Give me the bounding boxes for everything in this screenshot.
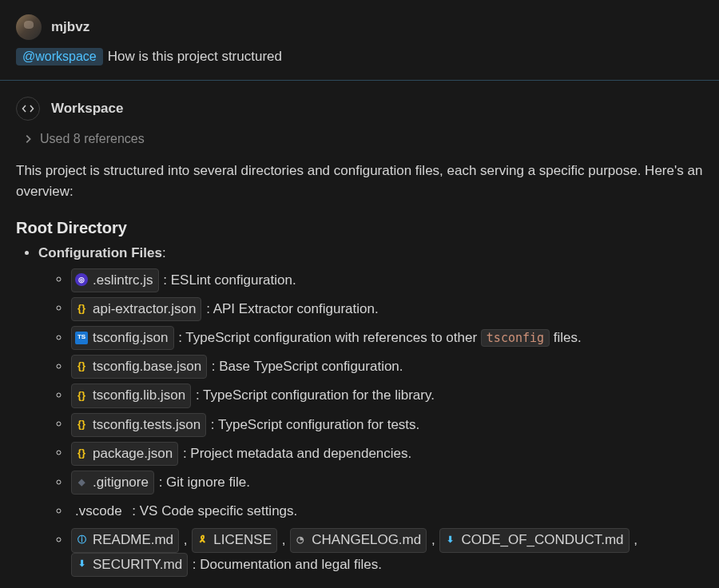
download-icon: ⬇ [75,558,88,570]
file-chip-apiextractor[interactable]: {} api-extractor.json [71,297,201,321]
agent-intro-text: This project is structured into several … [0,161,719,217]
list-item: ◎ .eslintrc.js : ESLint configuration. [70,266,719,295]
code-icon [16,97,40,121]
file-chip-changelog[interactable]: ◔ CHANGELOG.md [290,528,427,552]
file-chip-eslintrc[interactable]: ◎ .eslintrc.js [71,268,159,292]
file-desc: : TypeScript configuration for tests. [211,416,419,431]
workspace-mention-chip[interactable]: @workspace [16,48,103,66]
user-header: mjbvz [0,0,719,45]
json-icon: {} [75,418,88,431]
config-files-list: ◎ .eslintrc.js : ESLint configuration. {… [38,261,719,579]
list-item: {} tsconfig.base.json : Base TypeScript … [70,352,719,381]
info-icon: ⓘ [75,534,88,546]
download-icon: ⬇ [443,534,456,546]
group-label: Configuration Files [38,245,162,260]
config-files-group: Configuration Files: ◎ .eslintrc.js : ES… [38,245,719,582]
file-chip-tsconfig[interactable]: TS tsconfig.json [71,326,174,350]
license-icon: 🎗 [196,534,209,546]
list-item: {} tsconfig.tests.json : TypeScript conf… [70,411,719,439]
file-desc: : Documentation and legal files. [193,556,382,571]
file-chip-gitignore[interactable]: ◆ .gitignore [71,471,154,495]
root-list: Configuration Files: ◎ .eslintrc.js : ES… [0,245,719,582]
git-icon: ◆ [75,476,88,489]
list-item: TS tsconfig.json : TypeScript configurat… [70,324,719,352]
file-desc: : Base TypeScript configuration. [212,359,403,374]
user-message-text: How is this project structured [108,49,282,65]
json-icon: {} [75,447,88,459]
inline-code: tsconfig [481,329,550,347]
file-chip-security[interactable]: ⬇ SECURITY.md [71,553,188,577]
file-desc: : ESLint configuration. [163,272,296,287]
typescript-icon: TS [75,332,88,344]
json-icon: {} [75,360,88,373]
json-icon: {} [75,302,88,315]
user-name: mjbvz [51,19,89,35]
list-item: {} package.json : Project metadata and d… [70,439,719,468]
file-chip-vscode[interactable]: .vscode [71,499,128,523]
list-item: {} tsconfig.lib.json : TypeScript config… [70,381,719,410]
agent-header: Workspace [0,81,719,129]
file-chip-package[interactable]: {} package.json [71,442,178,466]
file-desc: : Git ignore file. [159,475,250,490]
file-desc: : TypeScript configuration for the libra… [196,387,435,403]
file-desc: : TypeScript configuration with referenc… [178,330,481,345]
list-item: .vscode : VS Code specific settings. [70,497,719,526]
references-toggle[interactable]: Used 8 references [0,129,719,161]
file-chip-coc[interactable]: ⬇ CODE_OF_CONDUCT.md [439,528,629,552]
file-chip-license[interactable]: 🎗 LICENSE [192,528,277,552]
list-item: ⓘ README.md , 🎗 LICENSE , ◔ CHANGELOG.md… [70,526,719,578]
file-chip-tsbase[interactable]: {} tsconfig.base.json [71,355,207,379]
references-label: Used 8 references [40,132,145,146]
file-chip-tslib[interactable]: {} tsconfig.lib.json [71,383,191,407]
json-icon: {} [75,389,88,402]
file-desc: : VS Code specific settings. [132,503,297,518]
file-desc: : API Extractor configuration. [206,300,378,316]
list-item: {} api-extractor.json : API Extractor co… [70,295,719,324]
agent-name: Workspace [51,101,123,117]
list-item: ◆ .gitignore : Git ignore file. [70,468,719,497]
user-message: @workspace How is this project structure… [0,45,719,80]
section-heading: Root Directory [0,217,719,245]
eslint-icon: ◎ [75,273,88,286]
file-chip-tstests[interactable]: {} tsconfig.tests.json [71,413,206,437]
user-avatar [16,14,42,40]
file-desc: : Project metadata and dependencies. [183,445,411,460]
clock-icon: ◔ [294,534,307,546]
file-chip-readme[interactable]: ⓘ README.md [71,528,179,552]
chevron-right-icon [22,133,34,145]
